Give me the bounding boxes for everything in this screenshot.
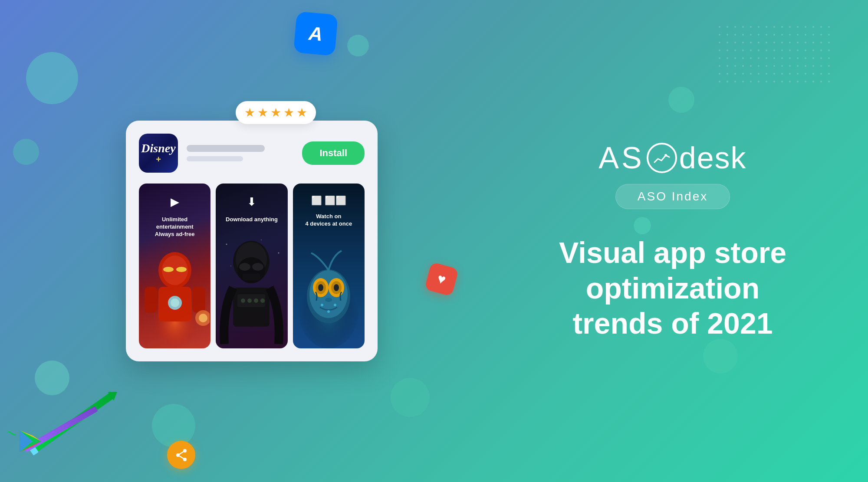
screenshot-2-image	[216, 233, 287, 348]
svg-point-33	[241, 298, 245, 303]
screenshot-1-label: Unlimited entertainmentAlways ad-free	[143, 211, 206, 241]
aso-index-badge: ASO Index	[615, 184, 730, 209]
svg-point-28	[239, 263, 250, 271]
svg-line-7	[178, 451, 185, 455]
svg-point-44	[318, 284, 323, 291]
devices-icon: ⬜ ⬜⬜	[311, 195, 346, 206]
screenshots-row: ▶ Unlimited entertainmentAlways ad-free	[139, 184, 365, 348]
brand-logo-text: AS	[598, 141, 644, 175]
screenshot-3: ⬜ ⬜⬜ Watch on4 devices at once	[293, 184, 365, 348]
main-headline: Visual app store optimization trends of …	[559, 235, 786, 341]
share-icon	[167, 441, 195, 469]
heart-notification: ♥	[424, 262, 459, 297]
page-background: A ~	[0, 0, 868, 482]
heart-icon: ♥	[436, 270, 448, 288]
svg-point-13	[176, 267, 187, 272]
decorative-circle	[703, 339, 738, 374]
headline-line1: Visual app store	[559, 235, 786, 271]
install-button[interactable]: Install	[302, 141, 365, 165]
star-2: ★	[257, 105, 268, 120]
app-sub-bar	[187, 156, 243, 161]
svg-point-47	[321, 304, 323, 306]
headline-line2: optimization	[559, 271, 786, 306]
svg-rect-30	[243, 274, 260, 280]
svg-point-35	[254, 298, 258, 303]
svg-point-16	[171, 298, 179, 307]
play-icon: ▶	[171, 195, 179, 209]
svg-point-23	[278, 252, 279, 254]
svg-point-22	[261, 239, 262, 240]
appstore-icon: A	[308, 22, 323, 45]
app-info	[187, 145, 293, 161]
svg-point-45	[334, 284, 339, 291]
svg-point-49	[334, 304, 336, 306]
svg-line-8	[178, 455, 185, 459]
screenshot-3-image	[293, 237, 365, 348]
screenshot-1: ▶ Unlimited entertainmentAlways ad-free	[139, 184, 210, 348]
stars-rating: ★ ★ ★ ★ ★	[236, 101, 316, 124]
svg-point-24	[230, 266, 231, 266]
decorative-circle	[634, 217, 651, 234]
app-icon: Disney +	[139, 134, 178, 173]
svg-rect-18	[192, 287, 205, 313]
disney-logo: Disney	[141, 142, 175, 154]
screenshot-2-label: Download anything	[222, 211, 281, 226]
dots-pattern	[719, 26, 833, 86]
disney-plus-symbol: +	[156, 154, 161, 164]
download-icon: ⬇	[247, 195, 256, 209]
brand-logo: AS desk	[598, 141, 746, 175]
google-play-icon	[17, 428, 43, 456]
svg-point-48	[327, 310, 330, 313]
screenshot-1-image	[139, 247, 210, 348]
app-store-card: ★ ★ ★ ★ ★ Disney + Install	[126, 121, 378, 361]
svg-point-21	[226, 244, 227, 245]
svg-rect-17	[145, 287, 158, 313]
svg-point-34	[247, 298, 252, 303]
decorative-circle	[668, 87, 694, 113]
brand-logo-suffix: desk	[679, 141, 747, 175]
star-1: ★	[244, 105, 255, 120]
screenshot-3-label: Watch on4 devices at once	[302, 208, 355, 230]
svg-point-50	[664, 154, 667, 157]
star-5: ★	[296, 105, 307, 120]
svg-point-12	[163, 267, 174, 272]
app-name-bar	[187, 145, 265, 152]
svg-point-20	[199, 314, 207, 322]
headline-line3: trends of 2021	[559, 306, 786, 341]
star-3: ★	[270, 105, 281, 120]
left-section: A ~	[0, 0, 477, 482]
appstore-badge-floating: A	[295, 13, 336, 54]
screenshot-2: ⬇ Download anything	[216, 184, 287, 348]
svg-point-29	[252, 263, 263, 271]
star-4: ★	[283, 105, 294, 120]
app-card-header: Disney + Install	[139, 134, 365, 173]
aso-index-label: ASO Index	[638, 190, 708, 203]
svg-point-36	[260, 298, 265, 303]
svg-point-46	[325, 298, 332, 302]
logo-o-icon	[647, 143, 677, 173]
